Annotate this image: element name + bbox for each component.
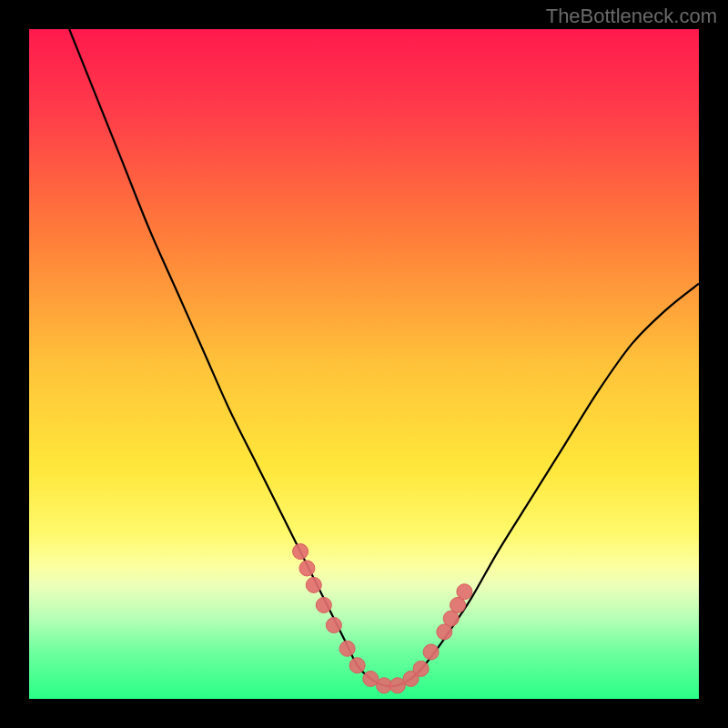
- highlight-dot: [349, 658, 365, 673]
- highlight-dot: [457, 584, 472, 600]
- highlight-dot: [339, 641, 355, 656]
- highlight-dot: [299, 561, 315, 576]
- highlight-dot: [423, 644, 439, 660]
- chart-svg: [29, 29, 699, 699]
- highlight-dot: [306, 577, 321, 592]
- gradient-background: [29, 29, 699, 699]
- highlight-dot: [326, 618, 341, 633]
- plot-area: [29, 29, 699, 699]
- watermark-text: TheBottleneck.com: [546, 5, 717, 28]
- highlight-dot: [413, 661, 429, 676]
- highlight-dot: [316, 597, 331, 612]
- highlight-dot: [293, 544, 308, 560]
- chart-frame: TheBottleneck.com: [0, 0, 728, 728]
